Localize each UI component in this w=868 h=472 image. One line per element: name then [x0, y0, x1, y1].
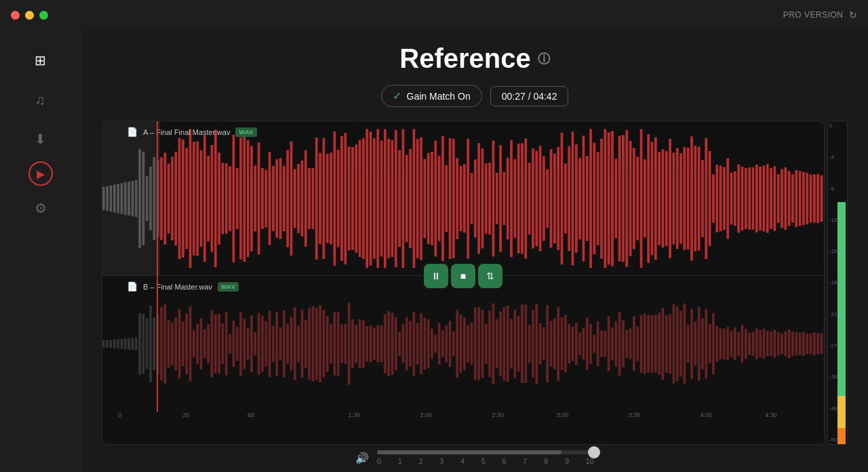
- svg-rect-321: [535, 304, 538, 384]
- vu-label-18: -18: [829, 279, 837, 286]
- svg-rect-75: [370, 132, 372, 266]
- svg-rect-317: [521, 304, 524, 383]
- sidebar-item-analyzer[interactable]: ⊞: [24, 43, 58, 77]
- playback-controls: ⏸ ■ ⇅: [424, 264, 502, 288]
- svg-rect-299: [456, 310, 458, 378]
- svg-rect-149: [636, 157, 639, 240]
- svg-rect-102: [467, 138, 469, 258]
- svg-rect-298: [452, 332, 455, 357]
- svg-rect-133: [578, 158, 581, 239]
- pause-button[interactable]: ⏸: [424, 264, 448, 288]
- svg-rect-121: [535, 151, 538, 246]
- svg-rect-313: [507, 306, 509, 382]
- svg-rect-293: [434, 335, 437, 353]
- svg-rect-325: [550, 321, 553, 367]
- svg-rect-362: [684, 304, 686, 385]
- svg-rect-162: [684, 147, 686, 250]
- svg-rect-349: [636, 327, 639, 361]
- svg-rect-103: [471, 173, 473, 224]
- close-button[interactable]: [11, 11, 20, 20]
- svg-rect-228: [200, 319, 203, 370]
- svg-rect-367: [701, 319, 704, 370]
- sidebar-item-music[interactable]: ♫: [24, 83, 58, 117]
- play-icon: ▶: [37, 168, 45, 180]
- svg-rect-233: [218, 314, 220, 374]
- svg-rect-131: [572, 132, 574, 265]
- pro-version-label[interactable]: PRO VERSION ↻: [783, 9, 857, 20]
- sidebar-item-play[interactable]: ▶: [28, 161, 53, 186]
- svg-rect-29: [203, 135, 206, 262]
- svg-rect-69: [348, 146, 351, 250]
- svg-rect-54: [294, 169, 296, 228]
- svg-rect-85: [406, 155, 408, 242]
- svg-rect-24: [185, 148, 188, 249]
- svg-rect-147: [629, 141, 632, 256]
- svg-rect-73: [362, 138, 365, 259]
- sidebar-item-download[interactable]: ⬇: [24, 122, 58, 156]
- swap-button[interactable]: ⇅: [478, 264, 502, 288]
- tick-400: 4:00: [701, 412, 713, 418]
- stop-button[interactable]: ■: [451, 264, 475, 288]
- svg-rect-213: [146, 319, 149, 369]
- svg-rect-39: [239, 138, 242, 260]
- svg-rect-67: [340, 136, 343, 261]
- svg-rect-369: [709, 325, 711, 364]
- svg-rect-231: [211, 311, 214, 378]
- vu-label-9: -9: [829, 186, 837, 192]
- volume-area: 🔊 0 1 2 3 4 5 6 7 8 9 10: [102, 450, 848, 465]
- svg-rect-323: [542, 328, 545, 360]
- tick-60: 60: [248, 412, 254, 418]
- svg-rect-113: [507, 158, 509, 239]
- waveform-area[interactable]: 📄 A – Final Final Master.wav WAV // Gene…: [102, 121, 825, 445]
- svg-rect-196: [806, 173, 808, 224]
- svg-rect-112: [503, 172, 506, 225]
- svg-rect-137: [593, 142, 596, 254]
- sidebar-item-settings[interactable]: ⚙: [24, 191, 58, 225]
- svg-rect-197: [810, 174, 812, 222]
- refresh-icon[interactable]: ↻: [849, 9, 858, 20]
- maximize-button[interactable]: [39, 11, 48, 20]
- svg-rect-30: [207, 156, 210, 241]
- svg-rect-83: [398, 150, 401, 247]
- volume-thumb[interactable]: [588, 446, 600, 458]
- svg-rect-292: [431, 329, 433, 359]
- svg-rect-219: [167, 320, 170, 368]
- svg-rect-21: [174, 152, 177, 245]
- svg-rect-141: [608, 132, 610, 264]
- info-icon[interactable]: ⓘ: [538, 51, 550, 67]
- gain-match-button[interactable]: ✓ Gain Match On: [381, 85, 482, 107]
- svg-rect-198: [813, 174, 816, 222]
- svg-rect-91: [427, 153, 430, 244]
- svg-rect-49: [275, 159, 278, 238]
- svg-rect-195: [802, 172, 805, 225]
- volume-icon: 🔊: [355, 452, 369, 465]
- svg-rect-388: [777, 332, 780, 356]
- svg-rect-253: [290, 317, 293, 371]
- svg-rect-383: [759, 330, 762, 357]
- svg-rect-126: [553, 153, 556, 243]
- svg-rect-371: [715, 326, 718, 362]
- svg-rect-9: [132, 181, 134, 216]
- svg-rect-221: [174, 317, 177, 370]
- svg-rect-154: [654, 137, 657, 260]
- svg-rect-264: [330, 324, 332, 363]
- svg-rect-262: [323, 311, 326, 378]
- svg-rect-138: [597, 152, 599, 245]
- svg-rect-225: [189, 307, 192, 382]
- svg-rect-316: [517, 316, 520, 372]
- svg-rect-68: [344, 133, 347, 264]
- svg-rect-13: [146, 176, 149, 221]
- svg-rect-255: [297, 326, 300, 362]
- svg-rect-357: [665, 315, 668, 373]
- page-title: Reference: [399, 43, 530, 74]
- svg-rect-319: [528, 325, 531, 363]
- svg-rect-392: [791, 332, 794, 357]
- svg-rect-84: [402, 129, 405, 268]
- svg-rect-78: [380, 140, 383, 256]
- svg-rect-236: [229, 334, 231, 354]
- title-bar: PRO VERSION ↻: [0, 0, 868, 30]
- svg-rect-295: [441, 331, 444, 357]
- volume-slider[interactable]: [377, 450, 594, 454]
- minimize-button[interactable]: [25, 11, 34, 20]
- svg-rect-239: [239, 312, 242, 376]
